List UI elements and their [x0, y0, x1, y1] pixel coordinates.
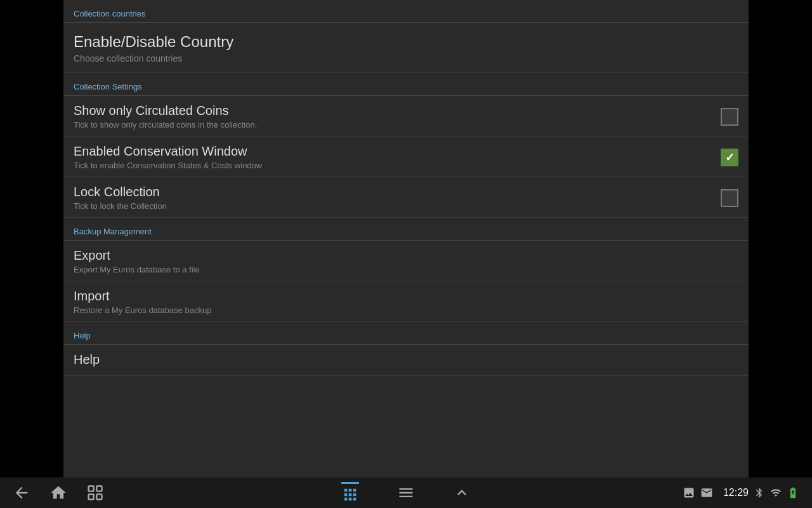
setting-item-help[interactable]: Help	[63, 345, 749, 376]
bluetooth-icon	[754, 487, 765, 498]
setting-desc-enable-disable-country: Choose collection countries	[74, 53, 738, 64]
setting-desc-lock-collection: Tick to lock the Collection	[74, 201, 721, 211]
setting-title-enabled-conservation-window: Enabled Conservation Window	[74, 144, 721, 159]
setting-item-export[interactable]: Export Export My Euros database to a fil…	[63, 241, 749, 281]
svg-rect-3	[96, 494, 102, 499]
wifi-icon	[770, 487, 782, 498]
menu-button[interactable]	[397, 484, 415, 502]
section-header-backup-management: Backup Management	[63, 220, 749, 241]
setting-title-lock-collection: Lock Collection	[74, 185, 721, 199]
grid-button[interactable]	[341, 482, 359, 504]
setting-desc-import: Restore a My Euros database backup	[74, 305, 738, 315]
setting-item-show-only-circulated[interactable]: Show only Circulated Coins Tick to show …	[63, 96, 749, 137]
setting-title-export: Export	[74, 248, 738, 263]
checkbox-enabled-conservation-window[interactable]	[721, 149, 738, 166]
nav-bar: 12:29	[0, 478, 812, 508]
setting-item-enable-disable-country[interactable]: Enable/Disable Country Choose collection…	[63, 23, 749, 73]
svg-rect-0	[89, 486, 94, 491]
battery-icon	[787, 486, 799, 499]
setting-title-enable-disable-country: Enable/Disable Country	[74, 33, 738, 51]
setting-title-show-only-circulated: Show only Circulated Coins	[74, 104, 721, 118]
screen: Collection countries Enable/Disable Coun…	[0, 0, 812, 508]
time-display: 12:29	[723, 487, 749, 498]
message-icon	[700, 486, 713, 499]
home-button[interactable]	[49, 484, 67, 502]
setting-title-help: Help	[74, 352, 738, 367]
setting-desc-export: Export My Euros database to a file	[74, 265, 738, 274]
section-header-collection-countries: Collection countries	[63, 3, 749, 23]
checkbox-lock-collection[interactable]	[721, 189, 738, 207]
svg-rect-2	[89, 494, 94, 499]
nav-left	[13, 484, 104, 502]
status-bar: 12:29	[683, 486, 799, 499]
gallery-icon	[683, 486, 695, 499]
setting-item-enabled-conservation-window[interactable]: Enabled Conservation Window Tick to enab…	[63, 137, 749, 177]
recents-button[interactable]	[86, 484, 104, 502]
settings-content: Collection countries Enable/Disable Coun…	[63, 0, 749, 478]
section-header-help-section: Help	[63, 324, 749, 345]
section-header-collection-settings: Collection Settings	[63, 76, 749, 96]
up-button[interactable]	[453, 484, 471, 502]
svg-rect-1	[96, 486, 102, 491]
back-button[interactable]	[13, 484, 30, 502]
setting-item-lock-collection[interactable]: Lock Collection Tick to lock the Collect…	[63, 177, 749, 218]
setting-desc-enabled-conservation-window: Tick to enable Conservation States & Cos…	[74, 161, 721, 170]
nav-center	[341, 482, 471, 504]
setting-desc-show-only-circulated: Tick to show only circulated coins in th…	[74, 120, 721, 130]
checkbox-show-only-circulated[interactable]	[721, 108, 738, 126]
setting-title-import: Import	[74, 289, 738, 304]
setting-item-import[interactable]: Import Restore a My Euros database backu…	[63, 281, 749, 322]
